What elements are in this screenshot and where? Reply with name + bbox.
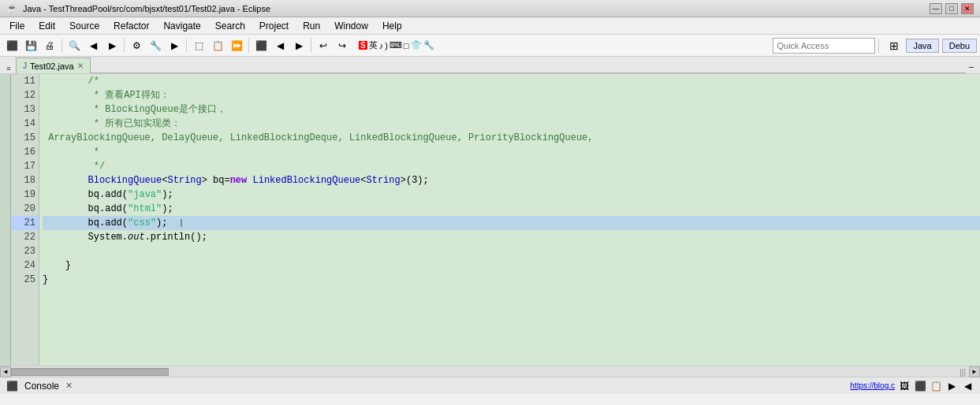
menu-help[interactable]: Help (376, 19, 408, 33)
console-tab-close[interactable]: ✕ (65, 381, 73, 391)
line-num-13: 13 (11, 102, 39, 117)
menu-file[interactable]: File (3, 19, 31, 33)
line-num-14: 14 (11, 117, 39, 131)
minimize-button[interactable]: — (930, 3, 942, 14)
console-btn-2[interactable]: ⬛ (914, 380, 926, 392)
java-view-button[interactable]: Java (906, 39, 938, 53)
line-num-25: 25 (11, 273, 39, 287)
scrollbar-thumb[interactable] (11, 368, 169, 376)
line-numbers: 11 12 13 14 15 16 17 18 19 20 21 22 23 2… (11, 74, 39, 366)
toolbar-btn-15[interactable]: ▶ (290, 37, 307, 54)
editor-tab[interactable]: J Test02.java ✕ (16, 58, 91, 73)
console-btn-1[interactable]: 🖼 (898, 380, 911, 392)
console-link[interactable]: https://blog.c (850, 381, 895, 390)
title-text: Java - TestThreadPool/src/com/bjsxt/test… (23, 4, 270, 13)
debug-view-button[interactable]: Debu (942, 39, 977, 53)
toolbar-sep-2 (124, 39, 125, 53)
editor-area: 11 12 13 14 15 16 17 18 19 20 21 22 23 2… (0, 74, 980, 366)
line-num-16: 16 (11, 145, 39, 159)
code-line-18: BlockingQueue<String> bq=new LinkedBlock… (43, 173, 980, 188)
scroll-left-arrow[interactable]: ◀ (0, 366, 11, 377)
toolbar-btn-6[interactable]: ▶ (103, 37, 121, 54)
toolbar-btn-3[interactable]: 🖨 (41, 37, 58, 54)
toolbar-btn-8[interactable]: 🔧 (147, 37, 164, 54)
code-line-17: */ (43, 159, 980, 173)
code-line-20: bq.add("html"); (43, 202, 980, 216)
code-line-19: bq.add("java"); (43, 188, 980, 202)
toolbar-btn-10[interactable]: ⬚ (190, 37, 207, 54)
line-num-23: 23 (11, 244, 39, 258)
line-num-15: 15 (11, 131, 39, 145)
line-num-11: 11 (11, 74, 39, 88)
line-num-18: 18 (11, 173, 39, 188)
toolbar-btn-7[interactable]: ⚙ (128, 37, 145, 54)
line-num-21: 21 (11, 216, 39, 230)
menu-project[interactable]: Project (253, 19, 295, 33)
input-indicator: S 英 ♪ ) ⌨ □ 👕 🔧 (359, 39, 434, 51)
toolbar-sep-5 (311, 39, 311, 53)
quick-access-area (773, 38, 875, 54)
scrollbar-track[interactable]: ||| (11, 368, 969, 376)
console-tab-label[interactable]: Console (24, 381, 59, 392)
console-right-area: https://blog.c 🖼 ⬛ 📋 ▶ ◀ (850, 380, 974, 392)
toolbar-btn-2[interactable]: 💾 (22, 37, 39, 54)
code-line-16: * (43, 145, 980, 159)
left-margin (0, 74, 11, 366)
toolbar-btn-14[interactable]: ◀ (271, 37, 289, 54)
toolbar-btn-5[interactable]: ◀ (84, 37, 102, 54)
editor-minimize-icon[interactable]: — (966, 61, 977, 73)
code-line-11: /* (43, 74, 980, 88)
line-num-22: 22 (11, 230, 39, 244)
horizontal-scrollbar[interactable]: ◀ ||| ▶ (0, 366, 980, 377)
code-line-24: } (43, 258, 980, 273)
code-line-21: bq.add("css"); | (43, 216, 980, 230)
scroll-right-arrow[interactable]: ▶ (969, 366, 980, 377)
new-button[interactable]: ⬛ (3, 37, 20, 54)
toolbar-btn-16[interactable]: ↩ (315, 37, 332, 54)
menu-navigate[interactable]: Navigate (157, 19, 207, 33)
toolbar-btn-4[interactable]: 🔍 (65, 37, 83, 54)
scrollbar-label: ||| (956, 367, 969, 377)
code-line-14: * 所有已知实现类： (43, 117, 980, 131)
menu-run[interactable]: Run (296, 19, 326, 33)
tab-close-icon[interactable]: ✕ (77, 61, 84, 70)
line-num-24: 24 (11, 258, 39, 273)
toolbar-sep-6 (878, 39, 879, 53)
toolbar-btn-11[interactable]: 📋 (209, 37, 226, 54)
code-line-25: } (43, 273, 980, 287)
line-num-17: 17 (11, 159, 39, 173)
code-area[interactable]: /* * 查看API得知： * BlockingQueue是个接口， * 所有已… (39, 74, 980, 366)
console-btn-5[interactable]: ◀ (961, 380, 974, 392)
menu-bar: File Edit Source Refactor Navigate Searc… (0, 17, 980, 35)
view-menu-btn[interactable]: ≡ (6, 65, 10, 73)
code-line-12: * 查看API得知： (43, 88, 980, 102)
toolbar-btn-17[interactable]: ↪ (333, 37, 351, 54)
java-file-icon: J (23, 61, 27, 70)
console-btn-3[interactable]: 📋 (930, 380, 942, 392)
menu-refactor[interactable]: Refactor (107, 19, 155, 33)
maximize-button[interactable]: □ (945, 3, 958, 14)
code-line-15: ArrayBlockingQueue, DelayQueue, LinkedBl… (43, 131, 980, 145)
close-button[interactable]: ✕ (961, 3, 974, 14)
toolbar-sep-4 (248, 39, 249, 53)
toolbar-btn-12[interactable]: ⏩ (228, 37, 245, 54)
title-bar: ☕ Java - TestThreadPool/src/com/bjsxt/te… (0, 0, 980, 17)
menu-source[interactable]: Source (63, 19, 106, 33)
code-line-13: * BlockingQueue是个接口， (43, 102, 980, 117)
console-btn-4[interactable]: ▶ (945, 380, 958, 392)
app-icon: ☕ (6, 3, 18, 14)
console-bar: ⬛ Console ✕ https://blog.c 🖼 ⬛ 📋 ▶ ◀ (0, 377, 980, 394)
tab-bar-spacer (91, 72, 966, 73)
toolbar-btn-13[interactable]: ⬛ (252, 37, 270, 54)
toolbar-sep-1 (61, 39, 62, 53)
code-line-22: System.out.println(); (43, 230, 980, 244)
toolbar: ⬛ 💾 🖨 🔍 ◀ ▶ ⚙ 🔧 ▶ ⬚ 📋 ⏩ ⬛ ◀ ▶ ↩ ↪ S 英 ♪ … (0, 35, 980, 57)
toolbar-btn-9[interactable]: ▶ (166, 37, 183, 54)
menu-edit[interactable]: Edit (32, 19, 61, 33)
perspective-icon[interactable]: ⊞ (885, 37, 903, 54)
quick-access-input[interactable] (773, 38, 875, 54)
menu-window[interactable]: Window (328, 19, 374, 33)
code-line-23 (43, 244, 980, 258)
console-icon: ⬛ (6, 381, 18, 392)
menu-search[interactable]: Search (209, 19, 252, 33)
